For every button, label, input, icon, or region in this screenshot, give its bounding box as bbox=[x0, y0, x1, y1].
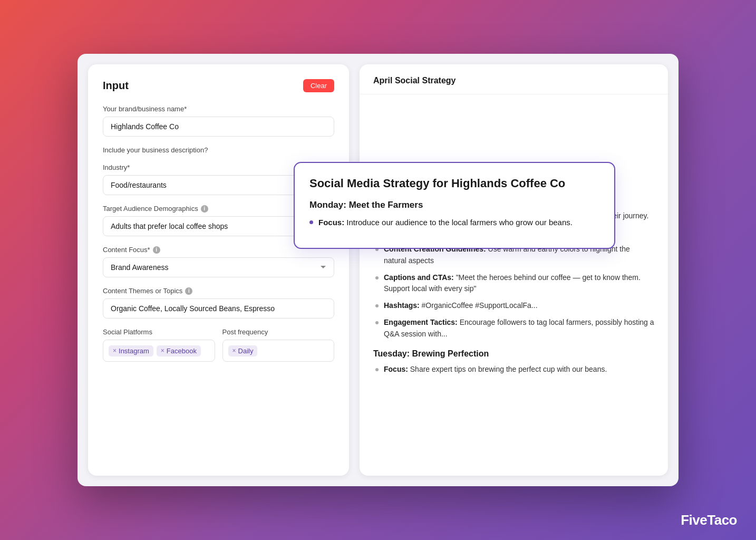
audience-info-icon: i bbox=[201, 205, 208, 213]
frequency-group: Post frequency × Daily bbox=[222, 328, 335, 362]
engagement-bullet-dot bbox=[375, 321, 379, 324]
daily-tag[interactable]: × Daily bbox=[228, 345, 258, 356]
captions-bullet-text: Captions and CTAs: "Meet the heroes behi… bbox=[384, 272, 654, 295]
engagement-bullet-text: Engagement Tactics: Encourage followers … bbox=[384, 317, 654, 340]
tuesday-focus-text: Focus: Share expert tips on brewing the … bbox=[384, 364, 607, 375]
monday-focus-dot bbox=[309, 220, 313, 224]
strategy-card: Social Media Strategy for Highlands Coff… bbox=[294, 162, 615, 249]
daily-tag-remove[interactable]: × bbox=[232, 347, 236, 354]
brand-group: Your brand/business name* bbox=[103, 105, 334, 137]
tuesday-focus-bullet: Focus: Share expert tips on brewing the … bbox=[373, 364, 654, 375]
instagram-tag[interactable]: × Instagram bbox=[109, 345, 153, 356]
content-focus-group: Content Focus* i Brand Awareness Sales E… bbox=[103, 246, 334, 277]
platforms-label: Social Platforms bbox=[103, 328, 215, 336]
monday-focus-bullet: Focus: Introduce our audience to the loc… bbox=[309, 217, 599, 229]
clear-button[interactable]: Clear bbox=[303, 79, 334, 92]
brand-input[interactable] bbox=[103, 117, 334, 137]
captions-bullet: Captions and CTAs: "Meet the heroes behi… bbox=[373, 272, 654, 295]
content-focus-info-icon: i bbox=[153, 246, 160, 254]
output-content: Instagram: Carousel posts featuring imag… bbox=[360, 94, 668, 476]
platforms-frequency-row: Social Platforms × Instagram × Facebook … bbox=[103, 328, 334, 371]
input-title: Input bbox=[103, 80, 129, 92]
output-panel: April Social Strategy Instagram: Carouse… bbox=[360, 64, 668, 476]
monday-title: Monday: Meet the Farmers bbox=[309, 200, 599, 210]
frequency-tags[interactable]: × Daily bbox=[222, 340, 335, 362]
hashtags-bullet: Hashtags: #OrganicCoffee #SupportLocalFa… bbox=[373, 300, 654, 312]
engagement-bullet: Engagement Tactics: Encourage followers … bbox=[373, 317, 654, 340]
themes-input[interactable] bbox=[103, 298, 334, 319]
output-header-title: April Social Strategy bbox=[373, 76, 456, 85]
platforms-group: Social Platforms × Instagram × Facebook bbox=[103, 328, 215, 362]
captions-bullet-dot bbox=[375, 276, 379, 279]
monday-focus-text: Focus: Introduce our audience to the loc… bbox=[318, 217, 573, 229]
hashtags-bullet-dot bbox=[375, 304, 379, 307]
platforms-tags[interactable]: × Instagram × Facebook bbox=[103, 340, 215, 362]
facebook-tag-remove[interactable]: × bbox=[161, 347, 164, 354]
frequency-label: Post frequency bbox=[222, 328, 335, 336]
themes-info-icon: i bbox=[185, 287, 192, 295]
description-group: Include your business description? bbox=[103, 146, 334, 154]
content-focus-select[interactable]: Brand Awareness Sales Engagement Educati… bbox=[103, 257, 334, 277]
brand-label: Your brand/business name* bbox=[103, 105, 334, 113]
description-label: Include your business description? bbox=[103, 146, 334, 154]
instagram-tag-remove[interactable]: × bbox=[113, 347, 117, 354]
fivetaco-logo: FiveTaco bbox=[681, 512, 737, 528]
strategy-main-title: Social Media Strategy for Highlands Coff… bbox=[309, 177, 599, 190]
themes-group: Content Themes or Topics i bbox=[103, 287, 334, 319]
themes-label: Content Themes or Topics i bbox=[103, 287, 334, 295]
tuesday-focus-dot bbox=[375, 368, 379, 371]
facebook-tag[interactable]: × Facebook bbox=[157, 345, 201, 356]
tuesday-title: Tuesday: Brewing Perfection bbox=[373, 349, 654, 359]
output-header: April Social Strategy bbox=[360, 64, 668, 94]
input-panel: Input Clear Your brand/business name* In… bbox=[88, 64, 349, 476]
hashtags-bullet-text: Hashtags: #OrganicCoffee #SupportLocalFa… bbox=[384, 300, 538, 312]
app-container: Input Clear Your brand/business name* In… bbox=[77, 54, 679, 486]
input-header: Input Clear bbox=[103, 79, 334, 92]
